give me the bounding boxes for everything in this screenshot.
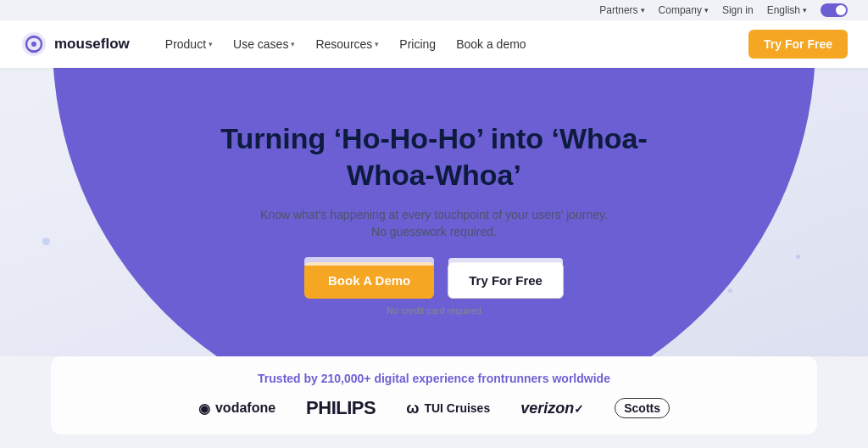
hero-badge: User Behavior Analytics: [353, 98, 515, 109]
vodafone-logo: ◉ vodafone: [198, 400, 275, 417]
language-chevron: ▾: [803, 6, 807, 14]
nav-pricing-label: Pricing: [399, 37, 436, 51]
signin-link[interactable]: Sign in: [722, 4, 754, 16]
nav-book-demo[interactable]: Book a demo: [448, 31, 535, 58]
language-label: English: [767, 4, 800, 16]
scotts-logo: Scotts: [615, 398, 670, 418]
try-free-button[interactable]: Try For Free: [448, 262, 564, 299]
nav-resources-label: Resources: [315, 37, 372, 51]
logo-text: mouseflow: [54, 36, 130, 53]
vodafone-label: vodafone: [215, 400, 275, 416]
try-for-free-button[interactable]: Try For Free: [748, 30, 848, 59]
verizon-logo: verizon✓: [520, 400, 584, 417]
no-credit-card-text: No credit card required: [20, 305, 848, 316]
nav-resources[interactable]: Resources ▾: [307, 31, 387, 58]
hero-subtitle: Know what’s happening at every touchpoin…: [20, 208, 848, 221]
partners-chevron: ▾: [641, 6, 645, 14]
trusted-highlight: 210,000+ digital experience frontrunners: [321, 372, 549, 385]
language-menu[interactable]: English ▾: [767, 4, 807, 16]
nav-product-chevron: ▾: [209, 40, 213, 48]
tui-label: TUI Cruises: [424, 401, 490, 415]
partners-label: Partners: [599, 4, 637, 16]
trusted-suffix: worldwide: [552, 372, 609, 385]
trusted-bar: Trusted by 210,000+ digital experience f…: [51, 356, 817, 434]
verizon-label: verizon✓: [520, 400, 584, 417]
trusted-prefix: Trusted by: [258, 372, 321, 385]
svg-point-2: [31, 42, 36, 47]
company-label: Company: [659, 4, 702, 16]
logo[interactable]: mouseflow: [20, 31, 130, 58]
theme-toggle-wrap: [821, 3, 848, 17]
nav-use-cases-chevron: ▾: [291, 40, 295, 48]
hero-section: User Behavior Analytics Turning ‘Ho-Ho-H…: [0, 68, 868, 356]
main-navbar: mouseflow Product ▾ Use cases ▾ Resource…: [0, 20, 868, 68]
nav-actions: Try For Free: [748, 30, 848, 59]
book-demo-button[interactable]: Book A Demo: [304, 262, 434, 299]
hero-title: Turning ‘Ho-Ho-Ho’ into ‘Whoa-Whoa-Whoa’: [197, 120, 671, 193]
brand-logos-row: ◉ vodafone PHILIPS ω TUI Cruises verizon…: [78, 397, 790, 419]
vodafone-icon: ◉: [198, 400, 210, 417]
nav-resources-chevron: ▾: [375, 40, 379, 48]
nav-use-cases[interactable]: Use cases ▾: [225, 31, 303, 58]
nav-links: Product ▾ Use cases ▾ Resources ▾ Pricin…: [157, 31, 748, 58]
hero-content: User Behavior Analytics Turning ‘Ho-Ho-H…: [20, 95, 848, 316]
scotts-label: Scotts: [624, 401, 660, 415]
theme-toggle[interactable]: [821, 3, 848, 17]
philips-logo: PHILIPS: [306, 397, 376, 419]
nav-pricing[interactable]: Pricing: [391, 31, 444, 58]
logo-icon: [20, 31, 47, 58]
tui-logo: ω TUI Cruises: [406, 400, 490, 417]
nav-product-label: Product: [165, 37, 206, 51]
top-bar: Partners ▾ Company ▾ Sign in English ▾: [0, 0, 868, 20]
nav-use-cases-label: Use cases: [233, 37, 288, 51]
hero-buttons: Book A Demo Try For Free: [20, 262, 848, 299]
hero-subtitle2: No guesswork required.: [20, 225, 848, 238]
partners-menu[interactable]: Partners ▾: [599, 4, 644, 16]
company-menu[interactable]: Company ▾: [659, 4, 709, 16]
signin-label: Sign in: [722, 4, 754, 16]
nav-book-demo-label: Book a demo: [456, 37, 526, 51]
tui-icon: ω: [406, 400, 419, 417]
nav-product[interactable]: Product ▾: [157, 31, 221, 58]
philips-label: PHILIPS: [306, 397, 376, 419]
company-chevron: ▾: [704, 6, 709, 14]
trusted-text: Trusted by 210,000+ digital experience f…: [78, 372, 790, 385]
